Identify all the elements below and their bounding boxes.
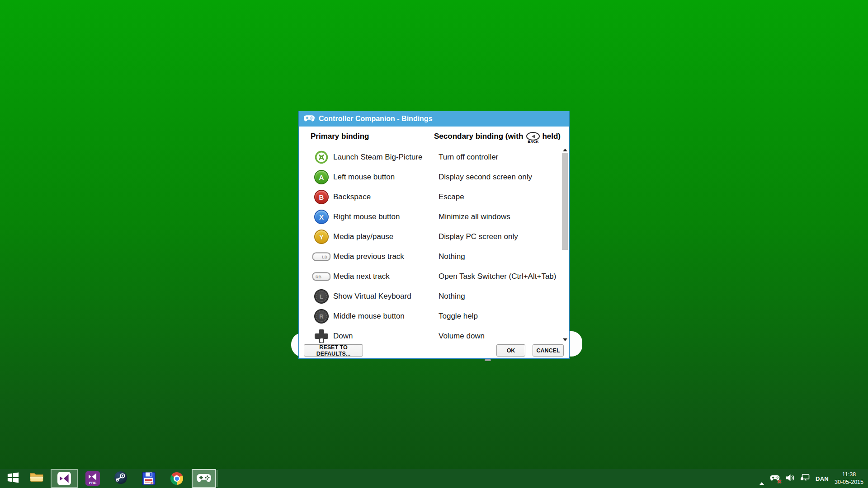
reset-to-defaults-button[interactable]: RESET TO DEFAULTS... bbox=[304, 344, 363, 357]
secondary-binding-label[interactable]: Display second screen only bbox=[439, 173, 532, 182]
show-hidden-icons-button[interactable] bbox=[760, 474, 764, 483]
back-button-caption: BACK bbox=[526, 140, 540, 144]
up-arrow-icon bbox=[760, 474, 764, 485]
primary-binding-label: Media play/pause bbox=[333, 232, 393, 241]
primary-binding-label: Launch Steam Big-Picture bbox=[333, 153, 423, 162]
chrome-icon bbox=[170, 472, 183, 485]
gamepad-icon bbox=[196, 473, 212, 485]
controller-companion[interactable] bbox=[192, 469, 216, 488]
dialog-titlebar[interactable]: Controller Companion - Bindings bbox=[299, 111, 569, 127]
primary-binding-label: Down bbox=[333, 332, 353, 341]
taskbar-separator bbox=[217, 470, 217, 487]
lb-button-icon: LB bbox=[312, 253, 330, 261]
system-tray: ✕ bbox=[760, 469, 868, 488]
secondary-binding-label[interactable]: Nothing bbox=[439, 252, 465, 261]
language-indicator[interactable]: DAN bbox=[816, 475, 829, 482]
scroll-up-icon[interactable] bbox=[561, 147, 569, 153]
x-button-icon: X bbox=[312, 210, 330, 224]
secondary-binding-label[interactable]: Minimize all windows bbox=[439, 212, 510, 221]
network-button[interactable] bbox=[800, 474, 810, 483]
primary-binding-label: Right mouse button bbox=[333, 212, 400, 221]
visual-studio-icon bbox=[57, 472, 71, 485]
scrollbar[interactable] bbox=[561, 147, 569, 343]
speaker-icon bbox=[786, 475, 794, 483]
binding-row[interactable]: BBackspaceEscape bbox=[299, 187, 560, 207]
binding-row[interactable]: Launch Steam Big-PictureTurn off control… bbox=[299, 147, 560, 167]
binding-row[interactable]: RBMedia next trackOpen Task Switcher (Ct… bbox=[299, 267, 560, 286]
cancel-button[interactable]: CANCEL bbox=[533, 344, 564, 357]
binding-row[interactable]: XRight mouse buttonMinimize all windows bbox=[299, 207, 560, 227]
secondary-header-suffix: held) bbox=[542, 132, 561, 141]
secondary-binding-label[interactable]: Display PC screen only bbox=[439, 232, 518, 241]
primary-binding-label: Left mouse button bbox=[333, 173, 395, 182]
b-button-icon: B bbox=[312, 190, 330, 204]
primary-binding-label: Show Virtual Keyboard bbox=[333, 292, 411, 301]
start-button[interactable] bbox=[3, 469, 24, 488]
y-button-icon: Y bbox=[312, 230, 330, 244]
red-x-icon: ✕ bbox=[777, 479, 782, 485]
file-explorer[interactable] bbox=[26, 469, 47, 488]
pre-badge: PRE bbox=[89, 481, 96, 485]
floppy-disk-icon: 64 bbox=[142, 472, 156, 485]
folder-icon bbox=[29, 471, 44, 486]
scroll-down-icon[interactable] bbox=[561, 337, 569, 343]
controller-status[interactable]: ✕ bbox=[770, 474, 780, 483]
background-window-edge bbox=[485, 359, 491, 361]
r-stick-icon: R bbox=[312, 309, 330, 324]
visual-studio-pre[interactable]: PRE bbox=[82, 469, 103, 488]
dialog-title: Controller Companion - Bindings bbox=[319, 115, 433, 123]
network-icon bbox=[800, 475, 810, 483]
secondary-binding-label[interactable]: Escape bbox=[439, 192, 464, 202]
clock[interactable]: 11:38 30-05-2015 bbox=[835, 471, 863, 486]
dialog-content: Primary binding Secondary binding (with … bbox=[299, 127, 569, 358]
ok-button[interactable]: OK bbox=[496, 344, 525, 357]
l-stick-icon: L bbox=[312, 289, 330, 304]
primary-binding-label: Media next track bbox=[333, 272, 390, 281]
windows-logo-icon bbox=[7, 471, 19, 486]
binding-row[interactable]: YMedia play/pauseDisplay PC screen only bbox=[299, 227, 560, 247]
a-button-icon: A bbox=[312, 170, 330, 184]
chrome[interactable] bbox=[166, 469, 187, 488]
bindings-dialog: Controller Companion - Bindings Primary … bbox=[298, 111, 570, 359]
binding-row[interactable]: RMiddle mouse buttonToggle help bbox=[299, 306, 560, 326]
floppy-app[interactable]: 64 bbox=[138, 469, 159, 488]
visual-studio[interactable] bbox=[51, 469, 78, 488]
primary-binding-label: Media previous track bbox=[333, 252, 404, 261]
volume-button[interactable] bbox=[786, 474, 794, 483]
secondary-binding-label[interactable]: Turn off controller bbox=[439, 153, 498, 162]
steam[interactable] bbox=[110, 469, 131, 488]
secondary-binding-label[interactable]: Toggle help bbox=[439, 312, 478, 321]
tray-time: 11:38 bbox=[842, 471, 856, 479]
primary-binding-label: Backspace bbox=[333, 192, 371, 202]
secondary-binding-label[interactable]: Volume down bbox=[439, 332, 485, 341]
secondary-binding-label[interactable]: Open Task Switcher (Ctrl+Alt+Tab) bbox=[439, 272, 556, 281]
binding-row[interactable]: LBMedia previous trackNothing bbox=[299, 247, 560, 267]
bindings-list: Launch Steam Big-PictureTurn off control… bbox=[299, 147, 560, 344]
binding-row[interactable]: LShow Virtual KeyboardNothing bbox=[299, 286, 560, 306]
binding-row[interactable]: ALeft mouse buttonDisplay second screen … bbox=[299, 167, 560, 187]
secondary-header-prefix: Secondary binding (with bbox=[434, 132, 523, 141]
taskbar: PRE bbox=[0, 469, 868, 488]
secondary-binding-header: Secondary binding (with BACK held) bbox=[434, 132, 561, 141]
gamepad-icon bbox=[303, 114, 315, 124]
tray-date: 30-05-2015 bbox=[835, 479, 863, 486]
rb-button-icon: RB bbox=[312, 272, 330, 281]
desktop: Controller Companion - Bindings Primary … bbox=[0, 0, 868, 488]
dpad-down-icon bbox=[312, 329, 330, 343]
primary-binding-label: Middle mouse button bbox=[333, 312, 405, 321]
scrollbar-thumb[interactable] bbox=[562, 153, 568, 250]
primary-binding-header: Primary binding bbox=[311, 132, 369, 141]
floppy-badge: 64 bbox=[151, 482, 154, 484]
secondary-binding-label[interactable]: Nothing bbox=[439, 292, 465, 301]
steam-icon bbox=[114, 471, 127, 486]
visual-studio-pre-icon: PRE bbox=[85, 471, 100, 486]
binding-row[interactable]: DownVolume down bbox=[299, 326, 560, 344]
guide-button-icon bbox=[312, 150, 330, 164]
back-button-icon: BACK bbox=[526, 132, 539, 141]
